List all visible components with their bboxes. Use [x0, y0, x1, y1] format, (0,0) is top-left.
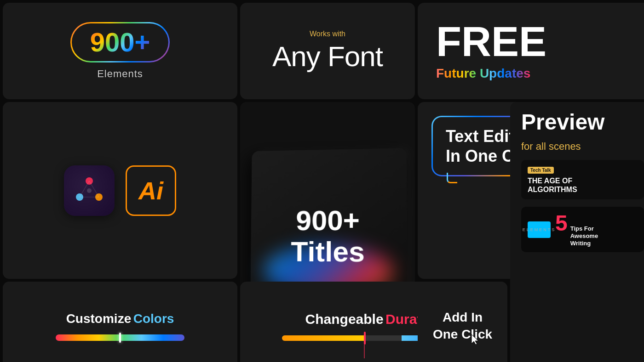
- ai-label: Ai: [138, 176, 163, 205]
- color-slider-track[interactable]: [56, 334, 184, 341]
- cell-apps: Ai: [3, 102, 237, 279]
- preview-card-2: ELEMENTS 5 Tips ForAwesomeWriting: [521, 207, 644, 252]
- product-number: 900+: [296, 204, 360, 236]
- customize-label: Customize: [66, 311, 132, 326]
- elements-small-label: ELEMENTS: [523, 227, 556, 232]
- number-5: 5: [555, 212, 568, 234]
- free-text: FREE: [436, 21, 546, 62]
- cell-colors: Customize Colors: [3, 282, 237, 362]
- preview-card1-label: Tech Talk: [528, 167, 554, 174]
- any-font-label: Any Font: [272, 40, 383, 73]
- cell-elements: 900+ Elements: [3, 3, 237, 99]
- svg-marker-7: [472, 334, 478, 345]
- cell-font: Works with Any Font: [240, 3, 415, 99]
- svg-point-3: [87, 188, 92, 193]
- cursor-icon: [471, 334, 480, 345]
- main-grid: 900+ Elements Works with Any Font FREE F…: [0, 0, 644, 362]
- future-updates-label: Future Updates: [436, 66, 530, 81]
- elements-badge: 900+: [70, 22, 170, 62]
- preview-card1-title: THE AGE OFALGORITHMS: [528, 176, 638, 194]
- preview-title: Preview: [521, 111, 604, 133]
- davinci-icon: [64, 165, 115, 216]
- davinci-logo-svg: [73, 175, 105, 207]
- blue-square-content: ELEMENTS: [523, 227, 556, 232]
- preview-subtitle: for all scenes: [521, 141, 581, 153]
- cell-add: Add InOne Click: [418, 282, 507, 362]
- product-title: 900+ Titles: [291, 204, 365, 267]
- works-with-label: Works with: [310, 30, 345, 38]
- cell-preview: Preview for all scenes Tech Talk THE AGE…: [510, 102, 644, 362]
- duration-fill-left: [282, 335, 365, 341]
- elements-number: 900+: [90, 29, 150, 56]
- tips-row: 5 Tips ForAwesomeWriting: [555, 212, 598, 247]
- tips-text: Tips ForAwesomeWriting: [570, 225, 598, 247]
- preview-card-1: Tech Talk THE AGE OFALGORITHMS: [521, 160, 644, 199]
- illustrator-icon: Ai: [126, 165, 176, 216]
- color-slider-thumb: [119, 333, 121, 343]
- cell-free: FREE Future Updates: [418, 3, 644, 99]
- changeable-label: Changeable: [305, 311, 384, 327]
- cursor-container: [471, 334, 480, 347]
- duration-line: [364, 345, 365, 358]
- elements-label: Elements: [97, 68, 143, 80]
- add-label: Add InOne Click: [433, 309, 492, 343]
- card2-right: 5 Tips ForAwesomeWriting: [555, 212, 598, 247]
- colors-label: Colors: [133, 311, 174, 326]
- customize-text: Customize Colors: [66, 311, 174, 326]
- blue-square: ELEMENTS: [528, 221, 551, 238]
- duration-thumb[interactable]: [364, 332, 366, 345]
- product-name: Titles: [291, 236, 365, 268]
- preview-card2-top: ELEMENTS 5 Tips ForAwesomeWriting: [528, 212, 638, 247]
